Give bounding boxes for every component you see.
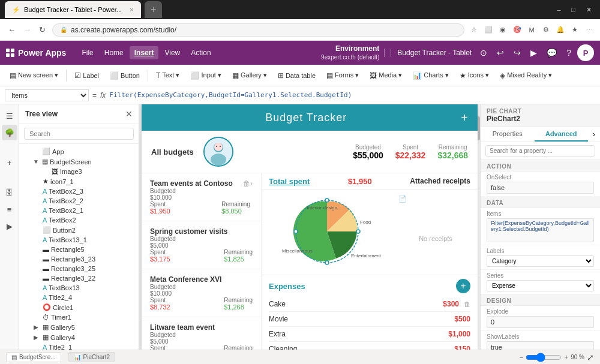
menu-view[interactable]: View xyxy=(160,46,185,59)
budget-item-2[interactable]: Spring customer visits Budgeted $5,000 S… xyxy=(142,221,261,269)
tree-item-textbox2-1[interactable]: A TextBox2_1 xyxy=(19,206,139,215)
rp-showlabels-value[interactable]: true xyxy=(487,341,594,350)
zoom-in-btn[interactable]: + xyxy=(564,353,568,362)
menu-file[interactable]: File xyxy=(77,46,98,59)
comment-btn[interactable]: 💬 xyxy=(543,46,560,59)
hamburger-icon[interactable]: ☰ xyxy=(2,108,17,124)
url-box[interactable]: 🔒 as.create.powerapps.com/studio/ xyxy=(52,23,464,37)
tree-icon[interactable]: 🌳 xyxy=(2,125,17,140)
tree-item-button2[interactable]: ⬜ Button2 xyxy=(19,225,139,235)
tree-item-textbox13[interactable]: A TextBox13 xyxy=(19,283,139,293)
tree-item-image3[interactable]: 🖼 Image3 xyxy=(19,167,139,176)
tree-item-title2-4[interactable]: A Title2_4 xyxy=(19,293,139,302)
search-input[interactable] xyxy=(24,128,134,140)
add-icon[interactable]: + xyxy=(2,155,17,170)
user-avatar[interactable]: P xyxy=(577,44,594,61)
status-tab-piechart[interactable]: 📊 PieChart2 xyxy=(68,352,115,362)
ext6-icon[interactable]: 🔔 xyxy=(554,24,566,36)
menu-action[interactable]: Action xyxy=(186,46,215,59)
label-btn[interactable]: ☑ Label xyxy=(70,69,104,82)
total-spent-label[interactable]: Total spent xyxy=(269,177,310,186)
ext1-icon[interactable]: ⬜ xyxy=(482,24,494,36)
rp-tab-properties[interactable]: Properties xyxy=(481,127,535,142)
ext3-icon[interactable]: 🎯 xyxy=(511,24,523,36)
variable-icon[interactable]: ≡ xyxy=(2,201,17,217)
close-btn[interactable]: ✕ xyxy=(583,5,595,15)
refresh-btn[interactable]: ↻ xyxy=(36,23,49,36)
help-btn[interactable]: ? xyxy=(563,46,575,59)
add-expense-btn[interactable]: + xyxy=(456,279,470,293)
trash-icon[interactable]: 🗑 xyxy=(243,179,250,188)
forms-btn[interactable]: ▤ Forms ▾ xyxy=(322,69,364,82)
tree-item-rect5[interactable]: ▬ Rectangle5 xyxy=(19,245,139,254)
menu-home[interactable]: Home xyxy=(100,46,128,59)
tree-item-gallery5[interactable]: ▶ ▦ Gallery5 xyxy=(19,322,139,332)
rp-onselect-value[interactable]: false xyxy=(487,182,594,194)
database-icon[interactable]: 🗄 xyxy=(2,185,17,200)
tree-item-title2-1[interactable]: A Title2_1 xyxy=(19,342,139,350)
budget-item-3[interactable]: Meta Conference XVI Budgeted $10,000 Spe… xyxy=(142,269,261,317)
browser-tab-active[interactable]: ⚡ Budget Tracker - Tablet - Power... ✕ xyxy=(5,1,141,18)
tree-toggle-gallery4[interactable]: ▶ xyxy=(34,334,41,341)
browser-tab-new[interactable]: + xyxy=(145,1,162,18)
tree-item-app[interactable]: ⬜ App xyxy=(19,146,139,157)
ext7-icon[interactable]: ★ xyxy=(569,24,581,36)
share-btn[interactable]: ⊙ xyxy=(476,46,491,59)
tree-item-circle1[interactable]: ⭕ Circle1 xyxy=(19,302,139,312)
new-screen-btn[interactable]: ▤ New screen ▾ xyxy=(5,69,63,82)
tree-item-gallery4[interactable]: ▶ ▦ Gallery4 xyxy=(19,332,139,342)
tree-item-timer1[interactable]: ⏱ Timer1 xyxy=(19,312,139,322)
forward-btn[interactable]: → xyxy=(20,23,34,36)
selection-handle-top[interactable] xyxy=(325,198,329,202)
ext4-icon[interactable]: M xyxy=(526,24,538,36)
tree-item-textbox2-2[interactable]: A TextBox2_2 xyxy=(19,196,139,206)
undo-btn[interactable]: ↩ xyxy=(493,46,508,59)
menu-insert[interactable]: Insert xyxy=(130,46,159,59)
rp-panel-expand[interactable]: › xyxy=(588,127,600,142)
tree-item-textbox2-3[interactable]: A TextBox2_3 xyxy=(19,186,139,196)
rp-explode-value[interactable]: 0 xyxy=(487,316,594,328)
tree-item-budgetscreen[interactable]: ▼ ▤ BudgetScreen xyxy=(19,157,139,167)
rp-labels-select[interactable]: Category xyxy=(487,255,594,267)
input-btn[interactable]: ⬜ Input ▾ xyxy=(185,69,226,82)
formula-selector[interactable]: Items xyxy=(5,89,89,101)
tree-item-rect3-25[interactable]: ▬ Rectangle3_25 xyxy=(19,264,139,273)
tree-item-icon7[interactable]: ★ icon7_1 xyxy=(19,176,139,186)
tree-toggle-gallery5[interactable]: ▶ xyxy=(34,324,41,330)
charts-btn[interactable]: 📊 Charts ▾ xyxy=(408,69,453,82)
data-table-btn[interactable]: ⊞ Data table xyxy=(273,69,320,82)
gallery-btn[interactable]: ▦ Gallery ▾ xyxy=(227,69,272,82)
tree-item-rect3-23[interactable]: ▬ Rectangle3_23 xyxy=(19,254,139,264)
sidebar-close-btn[interactable]: ✕ xyxy=(125,109,133,119)
trash-icon[interactable]: 🗑 xyxy=(464,300,470,308)
button-btn[interactable]: ⬜ Button xyxy=(105,69,145,82)
zoom-out-btn[interactable]: − xyxy=(519,353,523,362)
budget-item-1[interactable]: Team events at Contoso 🗑 Budgeted $10,00… xyxy=(142,173,261,221)
tree-item-textbox2[interactable]: A TextBox2 xyxy=(19,215,139,225)
rp-search-input[interactable] xyxy=(485,145,595,157)
fit-btn[interactable]: ⤢ xyxy=(587,353,594,362)
status-tab-budgetscreen[interactable]: ▤ BudgetScre... xyxy=(6,352,61,362)
budget-item-4[interactable]: Litware team event Budgeted $5,000 Spent… xyxy=(142,317,261,350)
rp-series-select[interactable]: Expense xyxy=(487,280,594,291)
redo-btn[interactable]: ↪ xyxy=(510,46,524,59)
play-btn[interactable]: ▶ xyxy=(527,46,541,59)
ext2-icon[interactable]: ◉ xyxy=(497,24,509,36)
selection-handle-left[interactable] xyxy=(294,230,298,233)
media-btn[interactable]: 🖼 Media ▾ xyxy=(365,69,407,82)
rp-tab-advanced[interactable]: Advanced xyxy=(535,127,589,142)
star-icon[interactable]: ☆ xyxy=(468,24,480,36)
maximize-btn[interactable]: □ xyxy=(568,5,579,15)
tab-close[interactable]: ✕ xyxy=(129,7,134,13)
rp-items-value[interactable]: Filter(ExpenseByCategory,BudgetId=Galler… xyxy=(487,218,594,242)
tree-item-rect3-22[interactable]: ▬ Rectangle3_22 xyxy=(19,273,139,283)
back-btn[interactable]: ← xyxy=(5,23,19,36)
tree-item-textbox13-1[interactable]: A TextBox13_1 xyxy=(19,235,139,245)
minimize-btn[interactable]: – xyxy=(553,5,564,15)
media-side-icon[interactable]: ▶ xyxy=(2,218,17,234)
more-icon[interactable]: ⋯ xyxy=(583,24,595,36)
mixed-reality-btn[interactable]: ◈ Mixed Reality ▾ xyxy=(495,69,557,82)
selection-handle-bottom[interactable] xyxy=(325,261,329,264)
zoom-slider[interactable] xyxy=(526,353,562,362)
ext5-icon[interactable]: ⚙ xyxy=(540,24,552,36)
